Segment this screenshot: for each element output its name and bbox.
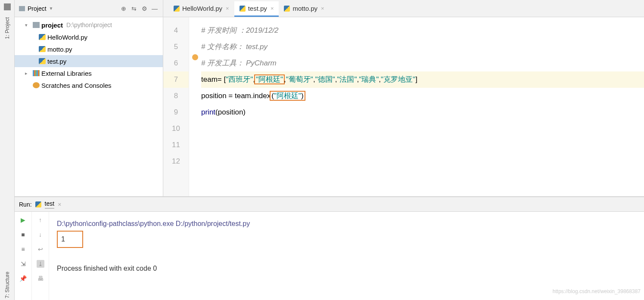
gear-icon[interactable]: ⚙ bbox=[140, 5, 148, 12]
run-tab-name[interactable]: test bbox=[45, 200, 55, 209]
line-number: 12 bbox=[163, 153, 189, 170]
line-number: 7 bbox=[163, 71, 189, 88]
line-number: 9 bbox=[163, 104, 189, 121]
down-arrow-icon[interactable]: ↓ bbox=[37, 231, 44, 238]
code-line[interactable]: team= ["西班牙","阿根廷","葡萄牙","德国","法国","瑞典",… bbox=[201, 71, 644, 88]
up-arrow-icon[interactable]: ↑ bbox=[37, 216, 44, 224]
console-exit: Process finished with exit code 0 bbox=[57, 262, 636, 275]
line-number: 10 bbox=[163, 121, 189, 137]
python-file-icon bbox=[39, 58, 46, 64]
close-icon[interactable]: × bbox=[58, 201, 61, 208]
locate-icon[interactable]: ⊕ bbox=[120, 5, 128, 12]
tab-label: motto.py bbox=[292, 5, 317, 12]
run-header: Run: test × bbox=[15, 197, 644, 212]
project-header: Project ▼ ⊕ ⇆ ⚙ — bbox=[15, 0, 163, 17]
console-output[interactable]: D:\python\config-pathclass\python.exe D:… bbox=[49, 212, 644, 300]
folder-icon bbox=[19, 6, 25, 11]
folder-icon bbox=[33, 22, 40, 28]
file-name: motto.py bbox=[47, 46, 72, 53]
play-icon[interactable]: ▶ bbox=[19, 216, 27, 224]
tab-label: test.py bbox=[248, 5, 267, 12]
code-line[interactable] bbox=[201, 121, 644, 137]
code-body[interactable]: # 开发时间 ：2019/12/2# 文件名称： test.py# 开发工具： … bbox=[189, 17, 644, 196]
run-label: Run: bbox=[19, 201, 32, 208]
libraries-icon bbox=[33, 70, 40, 76]
left-tool-rail: 1: Project 7: Structure bbox=[0, 0, 15, 300]
project-tool-label[interactable]: 1: Project bbox=[4, 15, 10, 41]
console-result: 1 bbox=[57, 231, 83, 248]
chevron-down-icon[interactable]: ▼ bbox=[49, 6, 53, 11]
project-tool-icon[interactable] bbox=[4, 3, 11, 10]
external-label: External Libraries bbox=[41, 70, 92, 77]
watermark: https://blog.csdn.net/weixin_39868387 bbox=[553, 285, 641, 298]
line-number: 6 bbox=[163, 55, 189, 71]
tab-helloworld[interactable]: HelloWorld.py × bbox=[168, 1, 234, 17]
file-name: test.py bbox=[47, 58, 66, 65]
code-line[interactable]: # 开发工具： PyCharm bbox=[201, 55, 644, 71]
run-panel: Run: test × ▶ ■ ≡ ⇲ 📌 ↑ ↓ ↩ ⤓ 🖶 D:\pytho… bbox=[15, 197, 644, 300]
python-file-icon bbox=[284, 6, 290, 12]
line-number: 11 bbox=[163, 137, 189, 153]
highlight-box: ("阿根廷") bbox=[270, 91, 305, 101]
code-line[interactable] bbox=[201, 153, 644, 170]
console-command: D:\python\config-pathclass\python.exe D:… bbox=[57, 217, 636, 231]
root-name: project bbox=[41, 22, 63, 29]
layout-icon[interactable]: ≡ bbox=[19, 245, 27, 253]
line-number: 8 bbox=[163, 88, 189, 104]
tree-external-libraries[interactable]: ▸ External Libraries bbox=[15, 67, 163, 79]
print-icon[interactable]: 🖶 bbox=[37, 275, 44, 282]
code-line[interactable]: # 开发时间 ：2019/12/2 bbox=[201, 22, 644, 39]
scratches-label: Scratches and Consoles bbox=[41, 82, 112, 89]
close-icon[interactable]: × bbox=[271, 5, 274, 12]
collapse-icon[interactable]: ⇆ bbox=[130, 5, 138, 12]
tree-file-test[interactable]: test.py bbox=[15, 55, 163, 67]
tab-motto[interactable]: motto.py × bbox=[279, 1, 329, 17]
tab-test[interactable]: test.py × bbox=[234, 1, 279, 17]
python-file-icon bbox=[39, 46, 46, 52]
run-toolbar-1: ▶ ■ ≡ ⇲ 📌 bbox=[15, 212, 32, 300]
structure-tool-label[interactable]: 7: Structure bbox=[4, 270, 10, 300]
tree-file-helloworld[interactable]: HelloWorld.py bbox=[15, 31, 163, 43]
wrap-icon[interactable]: ↩ bbox=[37, 245, 44, 253]
project-tree: ▾ project D:\python\project HelloWorld.p… bbox=[15, 17, 163, 93]
code-line[interactable]: # 文件名称： test.py bbox=[201, 39, 644, 55]
highlight-box: "阿根廷" bbox=[254, 74, 285, 84]
python-file-icon bbox=[174, 6, 180, 12]
upper-split: Project ▼ ⊕ ⇆ ⚙ — ▾ project D:\python\pr… bbox=[15, 0, 644, 197]
close-icon[interactable]: × bbox=[321, 5, 324, 12]
tab-label: HelloWorld.py bbox=[182, 5, 222, 12]
root-path: D:\python\project bbox=[66, 22, 112, 28]
python-file-icon bbox=[39, 34, 46, 40]
line-number: 4 bbox=[163, 22, 189, 39]
tree-root[interactable]: ▾ project D:\python\project bbox=[15, 19, 163, 31]
editor-area: HelloWorld.py × test.py × motto.py × 456… bbox=[163, 0, 644, 196]
hide-icon[interactable]: — bbox=[151, 5, 159, 12]
code-editor[interactable]: 456789101112 # 开发时间 ：2019/12/2# 文件名称： te… bbox=[163, 17, 644, 196]
debug-icon[interactable]: ⇲ bbox=[19, 260, 27, 268]
scratches-icon bbox=[33, 82, 40, 88]
run-body: ▶ ■ ≡ ⇲ 📌 ↑ ↓ ↩ ⤓ 🖶 D:\python\config-pat… bbox=[15, 212, 644, 300]
code-line[interactable]: print(position) bbox=[201, 104, 644, 121]
code-line[interactable]: position = team.index("阿根廷") bbox=[201, 88, 644, 104]
project-panel: Project ▼ ⊕ ⇆ ⚙ — ▾ project D:\python\pr… bbox=[15, 0, 163, 196]
expand-arrow-icon[interactable]: ▾ bbox=[25, 22, 31, 28]
scroll-icon[interactable]: ⤓ bbox=[37, 260, 44, 268]
tree-scratches[interactable]: Scratches and Consoles bbox=[15, 79, 163, 91]
pin-icon[interactable]: 📌 bbox=[19, 275, 27, 282]
editor-tabs: HelloWorld.py × test.py × motto.py × bbox=[163, 0, 644, 17]
expand-arrow-icon[interactable]: ▸ bbox=[25, 71, 31, 76]
stop-icon[interactable]: ■ bbox=[19, 231, 27, 238]
main-area: Project ▼ ⊕ ⇆ ⚙ — ▾ project D:\python\pr… bbox=[15, 0, 644, 300]
tree-file-motto[interactable]: motto.py bbox=[15, 43, 163, 55]
code-line[interactable] bbox=[201, 137, 644, 153]
project-title: Project bbox=[28, 5, 47, 12]
close-icon[interactable]: × bbox=[226, 5, 229, 12]
file-name: HelloWorld.py bbox=[47, 34, 87, 41]
python-file-icon bbox=[240, 6, 246, 12]
line-number: 5 bbox=[163, 39, 189, 55]
line-gutter: 456789101112 bbox=[163, 17, 189, 196]
run-toolbar-2: ↑ ↓ ↩ ⤓ 🖶 bbox=[32, 212, 49, 300]
python-file-icon bbox=[35, 201, 41, 207]
